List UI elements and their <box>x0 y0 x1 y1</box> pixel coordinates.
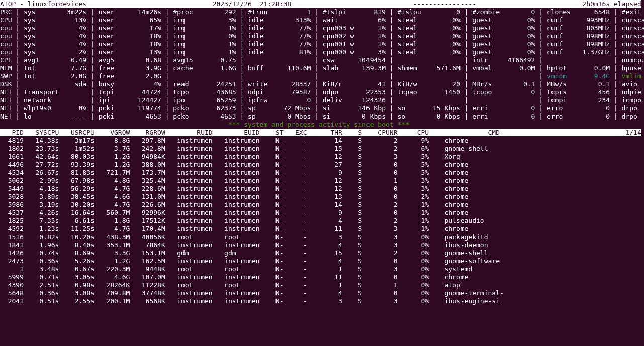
atop-terminal: ATOP - linuxfordevices 2023/12/26 21:28:… <box>0 0 644 305</box>
